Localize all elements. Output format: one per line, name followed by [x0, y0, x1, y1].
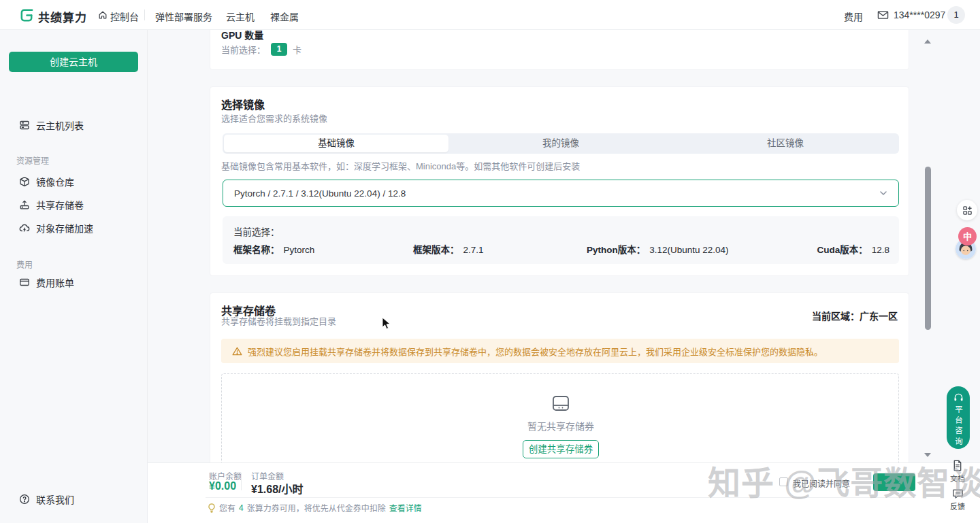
create-vm-button[interactable]: 创建云主机: [9, 52, 138, 72]
current-region: 当前区域：广东一区: [812, 309, 898, 322]
brand-name[interactable]: 共绩算力: [38, 8, 87, 25]
tip-detail-link[interactable]: 查看详情: [389, 502, 422, 513]
storage-drive-icon: [551, 394, 571, 412]
tab-base-image[interactable]: 基础镜像: [224, 135, 448, 152]
storage-warning-text: 强烈建议您启用挂载共享存储卷并将数据保存到共享存储卷中，您的数据会被安全地存放在…: [248, 345, 823, 358]
home-icon: [98, 10, 108, 20]
field-python-version: Python版本：3.12(Ubuntu 22.04): [587, 242, 729, 256]
bottom-bar-divider: [241, 473, 242, 490]
main-content: GPU 数量 当前选择： 1 卡 选择镜像 选择适合您需求的系统镜像 基础镜像 …: [148, 30, 980, 523]
sidebar-item-label: 对象存储加速: [36, 221, 93, 235]
warning-icon: [232, 346, 242, 356]
image-selection-summary: 当前选择： 框架名称：Pytorch 框架版本：2.7.1 Python版本：3…: [223, 216, 899, 264]
field-value: 3.12(Ubuntu 22.04): [649, 245, 728, 255]
agreement-checkbox[interactable]: [779, 477, 788, 486]
sidebar-item-label: 镜像仓库: [36, 175, 74, 188]
agreement-text: 我已阅读并同意: [793, 477, 850, 489]
field-value: 2.7.1: [463, 245, 484, 255]
cloud-sync-icon: [19, 222, 30, 233]
widgets-icon: [962, 205, 973, 216]
sidebar-item-label: 云主机列表: [36, 118, 84, 132]
mail-icon[interactable]: [877, 10, 889, 20]
nav-billing[interactable]: 费用: [844, 10, 863, 23]
storage-empty-text: 暂无共享存储券: [222, 419, 900, 433]
tip-count: 4: [239, 503, 244, 513]
scrollbar-down-arrow[interactable]: [924, 453, 931, 457]
image-select-dropdown[interactable]: Pytorch / 2.7.1 / 3.12(Ubuntu 22.04) / 1…: [223, 180, 899, 207]
tab-my-image[interactable]: 我的镜像: [448, 135, 673, 152]
image-description: 基础镜像包含常用基本软件，如：深度学习框架、Miniconda等。如需其他软件可…: [221, 159, 580, 172]
field-cuda-version: Cuda版本：12.8: [817, 242, 889, 256]
image-tabs: 基础镜像 我的镜像 社区镜像: [223, 133, 899, 154]
nav-cloud-vm[interactable]: 云主机: [226, 10, 255, 23]
document-icon: [952, 460, 963, 471]
region-value: 广东一区: [860, 311, 898, 322]
add-widget-button[interactable]: [957, 200, 977, 220]
sidebar-item-image-repo[interactable]: 镜像仓库: [0, 174, 148, 189]
translate-badge[interactable]: 中: [958, 227, 977, 246]
sidebar-item-shared-volume[interactable]: 共享存储卷: [0, 197, 148, 212]
docs-label: 文档: [943, 473, 973, 484]
chevron-down-icon: [879, 189, 887, 197]
field-label: 框架名称：: [233, 245, 280, 255]
nav-elastic-deploy[interactable]: 弹性部署服务: [155, 10, 212, 23]
sidebar-item-label: 共享存储卷: [36, 198, 84, 212]
brand-logo-icon: [19, 7, 35, 23]
consult-label: 平台咨询: [953, 405, 964, 448]
sidebar-section-billing: 费用: [16, 258, 33, 270]
field-framework-name: 框架名称：Pytorch: [233, 242, 314, 256]
image-select-card: 选择镜像 选择适合您需求的系统镜像 基础镜像 我的镜像 社区镜像 基础镜像包含常…: [210, 86, 909, 276]
sidebar-item-contact[interactable]: 联系我们: [0, 492, 148, 507]
field-value: 12.8: [872, 245, 889, 255]
tab-community-image[interactable]: 社区镜像: [673, 135, 898, 152]
scrollbar-thumb[interactable]: [925, 167, 931, 330]
avatar[interactable]: 1: [947, 6, 965, 24]
image-card-subtitle: 选择适合您需求的系统镜像: [221, 112, 327, 124]
bottom-bar: 账户余额 ¥0.00 订单金额 ¥1.68/小时 您有 4 张算力券可用，将优先…: [148, 462, 980, 523]
gpu-unit-label: 卡: [293, 43, 301, 56]
balance-value: ¥0.00: [209, 480, 236, 492]
feedback-label: 反馈: [943, 501, 973, 511]
question-circle-icon: [19, 494, 30, 505]
page: GPU 数量 当前选择： 1 卡 选择镜像 选择适合您需求的系统镜像 基础镜像 …: [0, 0, 980, 523]
create-submit-button[interactable]: [873, 473, 915, 491]
gpu-current-label: 当前选择：: [221, 43, 265, 56]
sidebar-item-vm-list[interactable]: 云主机列表: [0, 118, 148, 133]
field-label: Python版本：: [587, 245, 645, 255]
sidebar-item-label: 联系我们: [36, 492, 74, 506]
user-phone[interactable]: 134****0297: [894, 10, 945, 20]
nav-bare-metal[interactable]: 裸金属: [270, 10, 299, 23]
image-select-value: Pytorch / 2.7.1 / 3.12(Ubuntu 22.04) / 1…: [234, 188, 406, 199]
region-label: 当前区域：: [812, 311, 860, 322]
sidebar-section-resource: 资源管理: [16, 154, 49, 166]
image-card-title: 选择镜像: [221, 96, 265, 112]
scrollbar-up-arrow[interactable]: [924, 39, 931, 44]
server-list-icon: [19, 120, 30, 131]
voucher-tip: 您有 4 张算力券可用，将优先从代金券中扣除 查看详情: [208, 502, 422, 513]
storage-upload-icon: [19, 199, 30, 210]
sidebar-item-billing[interactable]: 费用账单: [0, 275, 148, 290]
bottom-bar-hr: [206, 497, 915, 498]
gpu-count-badge[interactable]: 1: [271, 43, 287, 56]
summary-current-label: 当前选择：: [233, 224, 280, 238]
gpu-card-title: GPU 数量: [221, 30, 263, 41]
create-storage-voucher-button[interactable]: 创建共享存储券: [523, 440, 599, 458]
package-icon: [19, 176, 30, 187]
nav-divider: [144, 10, 145, 20]
gpu-count-card: GPU 数量 当前选择： 1 卡: [210, 30, 909, 70]
tip-prefix: 您有: [219, 502, 235, 513]
credit-card-icon: [19, 277, 30, 288]
nav-console[interactable]: 控制台: [110, 10, 139, 23]
field-value: Pytorch: [284, 245, 315, 255]
docs-button[interactable]: 文档: [943, 460, 973, 484]
field-label: Cuda版本：: [817, 245, 867, 255]
sidebar-item-object-accel[interactable]: 对象存储加速: [0, 220, 148, 235]
storage-card-subtitle: 共享存储卷将挂载到指定目录: [221, 314, 336, 327]
feedback-icon: [952, 488, 964, 499]
platform-consult-button[interactable]: 平台咨询: [947, 386, 970, 449]
bulb-icon: [208, 503, 216, 513]
sidebar-item-label: 费用账单: [36, 275, 74, 289]
feedback-button[interactable]: 反馈: [943, 488, 973, 511]
sidebar: 创建云主机 云主机列表 资源管理 镜像仓库 共享存储卷 对象存储加速: [0, 30, 148, 523]
field-label: 框架版本：: [413, 245, 459, 255]
